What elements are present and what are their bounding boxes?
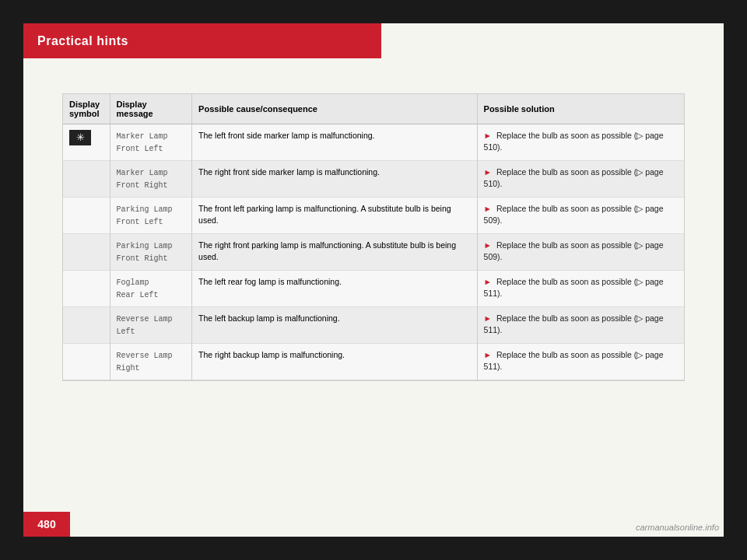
cause-cell: The right front parking lamp is malfunct… [192, 234, 477, 271]
table-row: ✳Marker Lamp Front LeftThe left front si… [63, 124, 684, 161]
solution-cell: ► Replace the bulb as soon as possible (… [477, 307, 684, 344]
col-header-symbol: Display symbol [63, 94, 110, 124]
cause-cell: The right backup lamp is malfunctioning. [192, 344, 477, 380]
arrow-icon: ► [484, 277, 494, 286]
page-number: 480 [23, 512, 70, 537]
solution-cell: ► Replace the bulb as soon as possible (… [477, 161, 684, 198]
display-table: Display symbol Display message Possible … [63, 94, 684, 380]
display-message-text: Reverse Lamp Left [117, 315, 173, 336]
display-message-text: Marker Lamp Front Right [117, 169, 168, 190]
display-message-text: Marker Lamp Front Left [117, 132, 168, 153]
watermark: carmanualsonline.info [636, 523, 719, 532]
arrow-icon: ► [484, 167, 494, 177]
table-row: Marker Lamp Front RightThe right front s… [63, 161, 684, 198]
table-header-row: Display symbol Display message Possible … [63, 94, 684, 124]
table-row: Parking Lamp Front RightThe right front … [63, 234, 684, 271]
symbol-cell [63, 234, 110, 271]
symbol-cell [63, 161, 110, 198]
display-message-cell: Reverse Lamp Left [110, 307, 192, 344]
display-message-cell: Parking Lamp Front Right [110, 234, 192, 271]
symbol-cell [63, 198, 110, 234]
arrow-icon: ► [484, 131, 494, 140]
symbol-cell [63, 307, 110, 344]
display-message-cell: Parking Lamp Front Left [110, 198, 192, 234]
cause-cell: The left backup lamp is malfunctioning. [192, 307, 477, 344]
main-table-container: Display symbol Display message Possible … [62, 93, 685, 381]
solution-cell: ► Replace the bulb as soon as possible (… [477, 234, 684, 271]
table-row: Foglamp Rear LeftThe left rear fog lamp … [63, 271, 684, 307]
cause-cell: The right front side marker lamp is malf… [192, 161, 477, 198]
cause-cell: The front left parking lamp is malfuncti… [192, 198, 477, 234]
symbol-cell [63, 344, 110, 380]
display-message-text: Foglamp Rear Left [117, 278, 159, 299]
col-header-cause: Possible cause/consequence [192, 94, 477, 124]
symbol-cell [63, 271, 110, 307]
cause-cell: The left front side marker lamp is malfu… [192, 124, 477, 161]
display-message-text: Parking Lamp Front Right [117, 242, 173, 263]
marker-lamp-icon: ✳ [69, 130, 91, 145]
col-header-solution: Possible solution [477, 94, 684, 124]
display-message-cell: Foglamp Rear Left [110, 271, 192, 307]
cause-cell: The left rear fog lamp is malfunctioning… [192, 271, 477, 307]
symbol-cell: ✳ [63, 124, 110, 161]
display-message-text: Parking Lamp Front Left [117, 205, 173, 226]
solution-cell: ► Replace the bulb as soon as possible (… [477, 344, 684, 380]
display-message-cell: Marker Lamp Front Left [110, 124, 192, 161]
page-title: Practical hints [37, 34, 128, 48]
header-bar: Practical hints [23, 23, 381, 58]
table-row: Parking Lamp Front LeftThe front left pa… [63, 198, 684, 234]
arrow-icon: ► [484, 350, 494, 359]
solution-cell: ► Replace the bulb as soon as possible (… [477, 271, 684, 307]
display-message-text: Reverse Lamp Right [117, 352, 173, 373]
display-message-cell: Reverse Lamp Right [110, 344, 192, 380]
table-row: Reverse Lamp LeftThe left backup lamp is… [63, 307, 684, 344]
col-header-message: Display message [110, 94, 192, 124]
solution-cell: ► Replace the bulb as soon as possible (… [477, 124, 684, 161]
arrow-icon: ► [484, 313, 494, 323]
table-row: Reverse Lamp RightThe right backup lamp … [63, 344, 684, 380]
arrow-icon: ► [484, 240, 494, 250]
arrow-icon: ► [484, 204, 494, 213]
display-message-cell: Marker Lamp Front Right [110, 161, 192, 198]
solution-cell: ► Replace the bulb as soon as possible (… [477, 198, 684, 234]
